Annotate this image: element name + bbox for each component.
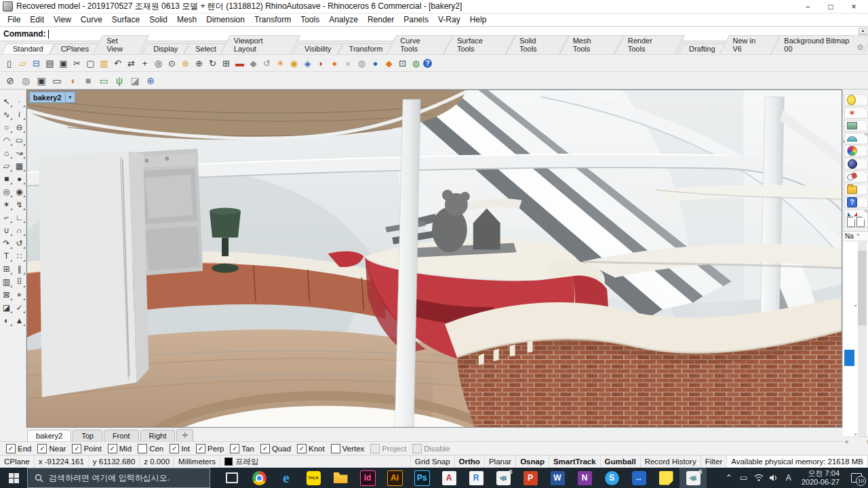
status-cell[interactable]: Gumball	[601, 455, 641, 468]
paste-icon[interactable]: ▥	[98, 57, 111, 70]
close-button[interactable]: ×	[842, 1, 865, 13]
vray-plane-icon[interactable]: ▭	[96, 74, 111, 87]
explode-tool[interactable]: ✶	[0, 198, 13, 211]
tab-display[interactable]	[844, 145, 868, 157]
osnap-toggle[interactable]: Knot	[297, 444, 325, 453]
osnap-toggle[interactable]: Mid	[108, 444, 132, 453]
vray-clipper-icon[interactable]: ◪	[127, 74, 142, 87]
new-file-icon[interactable]: ▯	[3, 57, 16, 70]
lock-icon[interactable]: ◈	[301, 57, 314, 70]
raytraced-display-icon[interactable]: ●	[369, 57, 382, 70]
toolbar-tab[interactable]: New in V6	[724, 35, 776, 54]
rendered-display-icon[interactable]: ●	[328, 57, 341, 70]
ghosted-display-icon[interactable]: ●	[342, 57, 355, 70]
sticky-notes-icon[interactable]	[652, 468, 679, 488]
viewport-tab[interactable]: Front	[104, 430, 139, 441]
status-cell[interactable]: Available physical memory: 21618 MB	[727, 455, 868, 468]
illustrator-icon[interactable]: Ai	[381, 468, 408, 488]
save-icon[interactable]: ⊟	[30, 57, 43, 70]
copy-icon[interactable]: ▢	[84, 57, 97, 70]
help-icon[interactable]: ?	[423, 59, 432, 68]
menu-item[interactable]: Panels	[399, 14, 433, 25]
open-file-icon[interactable]: ▱	[16, 57, 29, 70]
status-cell[interactable]: y 61132.680	[89, 455, 140, 468]
toolbar-tab[interactable]: Viewport Layout	[225, 35, 296, 54]
tablet-mode-icon[interactable]: ▭	[736, 468, 751, 488]
tab-lights[interactable]	[844, 94, 868, 106]
toolbar-tab[interactable]: Background Bitmap 00	[775, 35, 868, 54]
menu-item[interactable]: V-Ray	[433, 14, 465, 25]
autocad-icon[interactable]: A	[435, 468, 462, 488]
point-cloud-tool[interactable]: ∷	[13, 249, 26, 262]
minimize-button[interactable]: −	[796, 1, 819, 13]
osnap-toggle[interactable]: Cen	[138, 444, 163, 453]
status-cell[interactable]: Osnap	[516, 455, 549, 468]
toolbar-tab[interactable]: Select	[186, 43, 225, 54]
rhino-icon[interactable]: 🦏	[490, 468, 517, 488]
toolbar-tab[interactable]: Mesh Tools	[564, 35, 619, 54]
kakaotalk-icon[interactable]: TALK	[300, 468, 327, 488]
toolbar-tab[interactable]: Display	[144, 43, 186, 54]
vray-dome-light-icon[interactable]: ◖	[65, 74, 80, 87]
checkbox[interactable]	[108, 444, 117, 453]
checkbox[interactable]	[6, 444, 16, 453]
blend-tool[interactable]: ↷	[0, 237, 13, 249]
checkbox[interactable]	[297, 444, 307, 453]
vray-options-icon[interactable]: ◆	[382, 57, 395, 70]
checkbox[interactable]	[138, 444, 147, 453]
powerpoint-icon[interactable]: P	[517, 468, 544, 488]
menu-item[interactable]: Transform	[250, 14, 296, 25]
print-icon[interactable]: ▤	[43, 57, 56, 70]
toolbar-tab[interactable]: CPlanes	[52, 43, 98, 54]
circle-tool[interactable]: ○	[0, 121, 13, 134]
box-tool[interactable]: ■	[0, 172, 13, 185]
vray-target-icon[interactable]: ⊕	[143, 74, 158, 87]
boolean-diff-tool[interactable]: ∩	[13, 224, 26, 237]
eraser-tool[interactable]: ◪	[0, 301, 13, 314]
tab-render[interactable]	[844, 158, 868, 169]
viewport-layout-icon[interactable]: ⊞	[220, 57, 233, 70]
menu-item[interactable]: File	[3, 14, 25, 25]
menu-item[interactable]: Render	[363, 14, 399, 25]
zoom-selected-icon[interactable]: ⊛	[179, 57, 192, 70]
viewport-canvas[interactable]: bakery2 ▼	[26, 89, 842, 428]
viewport-title-dropdown[interactable]: ▼	[65, 93, 75, 102]
menu-item[interactable]: Tools	[296, 14, 324, 25]
freeform-tool[interactable]: ↝	[13, 146, 26, 159]
tab-libraries[interactable]	[844, 184, 868, 195]
status-cell[interactable]: Filter	[701, 455, 728, 468]
toolbar-tab[interactable]: Solid Tools	[511, 35, 564, 54]
zoom-window-icon[interactable]: ⊙	[165, 57, 178, 70]
start-button[interactable]	[0, 468, 27, 488]
handle-tool[interactable]: ↺	[13, 237, 26, 249]
tab-sun[interactable]: ✶	[844, 107, 868, 119]
rectangle-tool[interactable]: ▭	[13, 134, 26, 146]
status-cell[interactable]: Record History	[641, 455, 701, 468]
revit-icon[interactable]: R	[462, 468, 490, 488]
text-tool[interactable]: T	[0, 249, 13, 262]
viewport-tab[interactable]: bakery2	[27, 430, 71, 441]
polygon-tool[interactable]: ⌂	[0, 146, 13, 159]
mesh-tool[interactable]: ▥	[0, 275, 13, 288]
checkbox[interactable]	[260, 444, 270, 453]
menu-item[interactable]: Surface	[107, 14, 144, 25]
menu-item[interactable]: Edit	[25, 14, 49, 25]
center-pin-tool[interactable]: ⌖	[13, 288, 26, 301]
osnap-toggle[interactable]: End	[6, 444, 31, 453]
checkbox[interactable]	[412, 444, 422, 453]
status-cell[interactable]: z 0.000	[140, 455, 174, 468]
checkbox[interactable]	[72, 444, 81, 453]
pyramid-tool[interactable]: ▲	[13, 314, 26, 327]
named-view-icon[interactable]: ▬	[233, 57, 246, 70]
menu-item[interactable]: Dimension	[201, 14, 250, 25]
fillet-tool[interactable]: ⌐	[0, 211, 13, 224]
surface-net-tool[interactable]: ▦	[13, 159, 26, 172]
grid-options-icon[interactable]: ⊡	[396, 57, 409, 70]
vray-box-icon[interactable]: ■	[81, 74, 96, 87]
hatch-tool[interactable]: ⠿	[13, 275, 26, 288]
status-cell[interactable]: 프레임	[220, 455, 411, 468]
offset-tool[interactable]: ∥	[13, 262, 26, 275]
zoom-extents-icon[interactable]: ⊕	[193, 57, 205, 70]
onenote-icon[interactable]: N	[571, 468, 598, 488]
rotate-view-icon[interactable]: ↻	[206, 57, 219, 70]
